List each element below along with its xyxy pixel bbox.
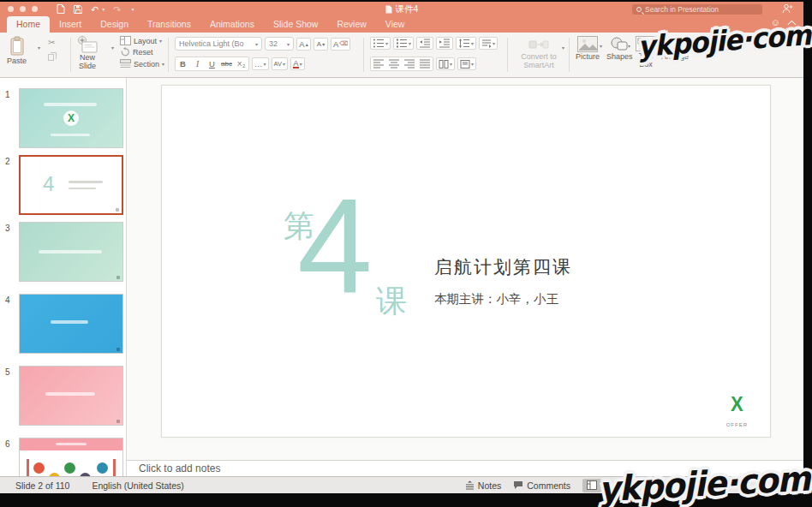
clear-formatting-label: A [333,39,338,49]
shapes-dropdown-icon[interactable]: ▾ [628,43,630,49]
slide-thumbnail-3[interactable] [19,222,123,282]
group-separator [569,38,570,72]
undo-button[interactable]: ↶ [91,5,99,14]
justify-button[interactable] [417,57,433,70]
save-icon[interactable] [74,5,82,14]
character-spacing-dropdown-icon: ▾ [283,61,285,67]
decrease-indent-button[interactable] [416,37,433,50]
font-size-dropdown-icon: ▾ [287,41,290,47]
slide-canvas[interactable]: 第 4 课 启航计划第四课 本期主讲：小辛，小王 X OFFER [161,85,771,438]
justify-icon [419,58,431,69]
picture-button[interactable]: Picture [576,36,600,62]
grow-font-label: A [299,39,304,49]
reset-button[interactable]: Reset [120,47,164,57]
text-effects-label: … [254,59,263,69]
strikethrough-button[interactable]: abc [219,57,234,70]
slide-title-text: 启航计划第四课 [434,255,572,279]
underline-button[interactable]: U [205,57,219,70]
undo-dropdown-icon[interactable]: ▾ [102,6,104,12]
thumb-text-line [44,103,97,106]
picture-dropdown-icon[interactable]: ▾ [600,43,602,49]
search-placeholder: Search in Presentation [645,5,719,14]
search-input[interactable]: Search in Presentation [632,4,762,15]
thumb-big-number: 4 [43,172,54,196]
character-spacing-button[interactable]: AV▾ [272,57,288,70]
numbering-dropdown-icon: ▾ [409,40,411,46]
slide-thumbnail-2-selected[interactable]: 4 [19,155,123,215]
bold-button[interactable]: B [176,57,190,70]
tab-transitions[interactable]: Transitions [138,16,200,33]
close-window-button[interactable] [8,6,14,12]
group-separator [363,38,364,72]
tab-insert[interactable]: Insert [50,16,91,33]
convert-smartart-button[interactable]: Convert to SmartArt [514,37,564,70]
slide-thumbnail-5[interactable] [19,366,123,426]
character-spacing-label: AV [274,60,282,68]
copy-icon[interactable] [48,52,57,61]
thumb-text-line [56,443,87,445]
thumbnail-number: 2 [5,155,19,215]
language-status[interactable]: English (United States) [92,480,183,491]
toolbar-options-icon[interactable]: ▾ [131,6,134,12]
shrink-font-button[interactable]: A▾ [313,38,328,51]
text-direction-button[interactable]: ▾ [479,37,498,50]
slide-thumbnail-1[interactable]: X [19,88,123,148]
thumbnail-number: 6 [5,438,19,476]
font-size-select[interactable]: 32▾ [265,37,294,51]
tab-view[interactable]: View [376,16,415,33]
numbering-button[interactable]: ▾ [393,37,414,50]
new-slide-dropdown-icon[interactable]: ▾ [111,45,114,51]
text-effects-dropdown-icon: ▾ [264,61,266,67]
increase-indent-button[interactable] [436,37,453,50]
layout-icon [120,36,131,45]
paste-button[interactable]: Paste [7,36,27,66]
window-controls [8,6,38,12]
font-name-select[interactable]: Helvetica Light (Bo▾ [175,37,262,51]
tab-home[interactable]: Home [7,16,50,33]
zoom-window-button[interactable] [32,6,38,12]
powerpoint-window: ↶ ▾ ↷ ▾ 课件4 Search in Presentation Home … [0,2,803,493]
clear-formatting-button[interactable]: A⌫ [331,38,350,51]
line-spacing-button[interactable]: ▾ [456,37,476,50]
layout-button[interactable]: Layout▾ [120,36,164,45]
new-slide-button[interactable]: New Slide [77,36,98,71]
new-document-icon[interactable] [57,4,65,14]
minimize-window-button[interactable] [20,6,26,12]
grow-font-button[interactable]: A▴ [296,38,311,51]
thumb-deco-bar [27,459,29,476]
new-slide-label: New Slide [79,54,96,71]
paste-dropdown-icon[interactable]: ▾ [38,45,40,51]
thumbnail-number: 5 [5,366,19,426]
tab-review[interactable]: Review [327,16,375,33]
strikethrough-label: abc [221,60,232,68]
comments-toggle-button[interactable]: Comments [513,480,570,491]
slide-thumbnail-panel: 1 X 2 4 3 [0,78,127,476]
font-color-button[interactable]: A▾ [290,57,305,70]
tab-animations[interactable]: Animations [200,16,264,33]
bullets-button[interactable]: ▾ [370,37,391,50]
cut-icon[interactable]: ✂ [48,38,57,47]
thumb-circle [64,462,75,474]
slide-thumbnail-6[interactable] [19,438,123,476]
redo-button[interactable]: ↷ [113,5,121,14]
slide-logo: X OFFER [726,396,748,430]
group-separator [168,38,169,72]
text-effects-button[interactable]: …▾ [252,57,269,70]
notes-toggle-button[interactable]: Notes [465,480,501,491]
align-left-button[interactable] [371,57,386,70]
slide-thumbnail-4[interactable] [19,294,123,354]
section-button[interactable]: Section▾ [120,59,164,69]
share-icon[interactable] [782,3,793,14]
columns-button[interactable]: ▾ [436,57,455,70]
subscript-button[interactable]: X2 [234,57,248,70]
align-right-icon [403,58,415,69]
tab-slide-show[interactable]: Slide Show [264,16,328,33]
align-center-button[interactable] [386,57,402,70]
increase-indent-icon [439,38,451,49]
new-slide-icon [77,36,98,53]
align-right-button[interactable] [402,57,417,70]
presentation-file-icon [385,5,392,14]
align-text-button[interactable]: ▾ [457,57,476,70]
tab-design[interactable]: Design [91,16,138,33]
italic-button[interactable]: I [190,57,205,70]
